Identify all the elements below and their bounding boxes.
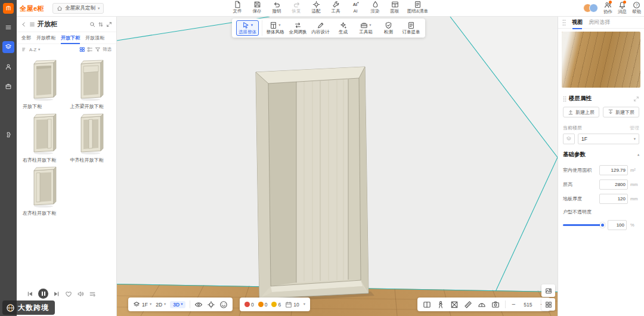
view-2d-button[interactable]: 2D ▾ [156,302,166,308]
error-badge[interactable]: 0 [244,302,254,308]
floor-height-input[interactable] [599,179,628,190]
messages-button[interactable]: 消息 [618,1,627,14]
tab-all[interactable]: 全部 [21,35,31,41]
snapshot-button[interactable] [491,300,500,309]
pause-button[interactable] [38,289,48,299]
tab-open-lower-cabinet[interactable]: 开放下柜 [61,35,80,41]
skip-back-button[interactable] [26,290,33,298]
drawings-list-button[interactable]: 图纸&清单 [407,1,428,14]
toolbox-button[interactable]: ▾ 工具箱 [356,21,376,35]
select-whole-button[interactable]: ▾ 选择整体 [236,20,259,36]
current-floor-row: 当前楼层 管理 [558,125,644,131]
product-card[interactable]: 左齐柱开放下柜 [21,165,64,216]
menu-icon[interactable] [2,21,14,33]
zoom-out-button[interactable]: − [511,301,516,308]
main-toolbar: 文件 保存 撤销 恢复 适配 工具 AI [230,1,428,14]
indoor-area-input[interactable] [599,165,628,175]
expand-section-icon[interactable] [633,96,639,102]
slab-thickness-input[interactable] [599,194,628,204]
feedback-button[interactable] [219,300,228,309]
tab-room-select[interactable]: 房间选择 [589,18,610,26]
inspect-button[interactable]: 检测 [379,21,398,35]
opacity-slider[interactable] [563,224,604,226]
viewport-canvas[interactable] [117,17,558,316]
floor-lock-button[interactable] [563,134,575,144]
chevron-down-icon: ▾ [98,7,100,11]
generate-button[interactable]: 生成 [333,21,353,35]
undo-button[interactable]: 撤销 [270,1,284,14]
playlist-button[interactable] [89,290,96,298]
workspace-tab[interactable]: 全屋家具定制 ▾ [52,3,104,14]
new-upper-floor-button[interactable]: 新建上层 [563,107,599,117]
drag-handle-icon[interactable] [562,19,566,26]
sort-icon[interactable] [98,21,104,27]
cabinet-model[interactable] [256,67,369,299]
tab-view[interactable]: 视图 [572,18,583,26]
visibility-button[interactable] [194,300,203,309]
open-cabinet-render [29,166,57,209]
app-logo-mark[interactable] [3,3,14,14]
floor-select[interactable]: 1F ▾ [578,134,639,144]
sort-az-label[interactable]: A-Z [29,47,36,52]
avatar[interactable] [589,4,598,13]
user-icon[interactable] [2,61,14,73]
top-view-button[interactable] [450,300,459,309]
calendar-badge[interactable]: 10 [285,301,299,308]
tab-open-horizontal-cabinet[interactable]: 开放横柜 [36,35,55,41]
interior-design-button[interactable]: 内容设计 [311,21,330,35]
ruler-button[interactable] [464,300,472,309]
panel-button[interactable]: 面板 [388,1,402,14]
filter-label[interactable]: 筛选 [103,47,112,52]
tools-button[interactable]: 工具 [329,1,343,14]
opacity-input[interactable] [608,220,627,230]
plugin-icon[interactable] [2,129,14,141]
basic-params-header[interactable]: 基础参数 ▾ [558,147,644,161]
expand-panel-icon[interactable] [106,21,112,27]
collaborate-button[interactable]: 协作 [603,1,612,14]
view-3d-button[interactable]: 3D ▾ [170,301,185,308]
render-button[interactable]: 渲染 [368,1,382,14]
save-button[interactable]: 保存 [250,1,264,14]
manage-floors-link[interactable]: 管理 [630,125,639,131]
redo-button[interactable]: 恢复 [289,1,304,14]
coin-badge[interactable]: 6 [271,302,281,308]
save-view-button[interactable] [541,284,555,297]
product-card[interactable]: 开放下柜 [21,58,64,110]
slider-knob[interactable] [600,222,605,228]
package-icon[interactable] [2,80,14,92]
sort-list-icon[interactable] [21,47,27,52]
protractor-button[interactable] [478,300,486,309]
help-button[interactable]: ? 帮助 [632,1,641,14]
chevron-down-icon[interactable]: ▾ [304,302,305,306]
like-button[interactable] [65,290,72,298]
order-list-button[interactable]: 订单提单 [401,21,421,35]
locate-button[interactable] [207,300,215,309]
fit-view-button[interactable]: 适配 [309,1,323,14]
product-card[interactable]: 中齐柱开放下柜 [69,111,112,163]
volume-button[interactable] [77,290,84,298]
warning-badge[interactable]: 0 [258,302,268,308]
grid-view-icon[interactable] [79,47,85,52]
skip-forward-button[interactable] [53,290,60,298]
scene-preview-thumbnail[interactable] [562,32,640,88]
back-button[interactable] [21,21,27,27]
ai-button[interactable]: AI AI [348,1,363,14]
product-card[interactable]: 右齐柱开放下柜 [21,111,64,163]
floor-selector[interactable]: 1F ▾ [133,301,151,308]
global-swap-button[interactable]: 全局调换 [288,21,308,35]
view-settings-button[interactable] [541,298,555,311]
tab-open-top-cabinet[interactable]: 开放顶柜 [85,35,104,41]
filter-funnel-icon[interactable] [95,47,101,52]
new-lower-floor-button[interactable]: 新建下层 [603,107,639,117]
app-logo[interactable]: 全屋e柜 [20,4,44,13]
materials-library-icon[interactable] [2,41,14,53]
first-person-button[interactable] [436,300,445,309]
category-list-icon[interactable] [29,21,35,27]
split-view-button[interactable] [423,300,431,309]
whole-style-button[interactable]: ▾ 整体风格 [265,21,285,35]
product-card[interactable]: 上齐梁开放下柜 [69,58,112,110]
file-button[interactable]: 文件 [230,1,244,14]
list-view-icon[interactable] [87,47,93,52]
search-icon[interactable] [89,21,95,27]
opacity-label-row: 户型不透明度 [558,209,644,215]
